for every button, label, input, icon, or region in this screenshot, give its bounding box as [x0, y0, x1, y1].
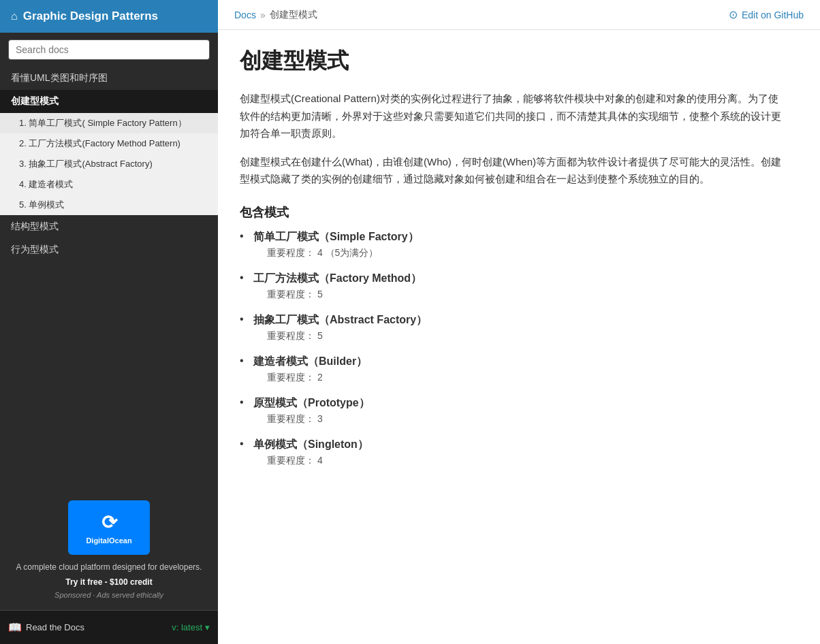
sidebar-item-abstract-factory[interactable]: 3. 抽象工厂模式(Abstract Factory)	[0, 154, 218, 174]
sponsor-desc: A complete cloud platform designed for d…	[11, 562, 207, 573]
sidebar-item-uml[interactable]: 看懂UML类图和时序图	[0, 67, 218, 90]
home-icon: ⌂	[11, 10, 18, 22]
pattern-importance: 重要程度： 4 （5为满分）	[253, 247, 782, 259]
edit-on-github-link[interactable]: ⊙ Edit on GitHub	[729, 8, 804, 21]
sidebar-item-behavioral[interactable]: 行为型模式	[0, 238, 218, 261]
sidebar-item-structural[interactable]: 结构型模式	[0, 215, 218, 238]
search-container	[0, 33, 218, 67]
intro-para-1: 创建型模式(Creational Pattern)对类的实例化过程进行了抽象，能…	[240, 90, 782, 142]
breadcrumb-separator: »	[260, 10, 266, 20]
sidebar-title: Graphic Design Patterns	[23, 10, 158, 23]
sidebar-item-creational[interactable]: 创建型模式	[0, 90, 218, 113]
pattern-name[interactable]: 原型模式（Prototype）	[253, 396, 782, 410]
sidebar-item-singleton[interactable]: 5. 单例模式	[0, 195, 218, 215]
pattern-item: 简单工厂模式（Simple Factory）重要程度： 4 （5为满分）	[240, 230, 782, 259]
sidebar-nav: 看懂UML类图和时序图 创建型模式 1. 简单工厂模式( Simple Fact…	[0, 67, 218, 261]
sidebar-header[interactable]: ⌂ Graphic Design Patterns	[0, 0, 218, 33]
page-title: 创建型模式	[240, 46, 782, 76]
pattern-importance: 重要程度： 3	[253, 413, 782, 425]
pattern-item: 抽象工厂模式（Abstract Factory）重要程度： 5	[240, 313, 782, 342]
rtd-version-selector[interactable]: v: latest ▾	[172, 622, 210, 632]
digitalocean-icon: ⟳	[101, 511, 117, 534]
pattern-importance: 重要程度： 5	[253, 289, 782, 301]
pattern-item: 建造者模式（Builder）重要程度： 2	[240, 355, 782, 384]
breadcrumb-current: 创建型模式	[270, 9, 317, 21]
sponsor-logo-text: DigitalOcean	[86, 536, 131, 545]
pattern-item: 单例模式（Singleton）重要程度： 4	[240, 438, 782, 467]
breadcrumb: Docs » 创建型模式	[234, 9, 317, 21]
top-bar: Docs » 创建型模式 ⊙ Edit on GitHub	[218, 0, 820, 30]
pattern-name[interactable]: 单例模式（Singleton）	[253, 438, 782, 452]
rtd-logo-area[interactable]: 📖 Read the Docs	[8, 621, 84, 634]
intro-para-2: 创建型模式在创建什么(What)，由谁创建(Who)，何时创建(When)等方面…	[240, 153, 782, 188]
pattern-list: 简单工厂模式（Simple Factory）重要程度： 4 （5为满分）工厂方法…	[240, 230, 782, 467]
pattern-item: 原型模式（Prototype）重要程度： 3	[240, 396, 782, 425]
pattern-name[interactable]: 简单工厂模式（Simple Factory）	[253, 230, 782, 244]
pattern-name[interactable]: 抽象工厂模式（Abstract Factory）	[253, 313, 782, 327]
edit-github-label: Edit on GitHub	[742, 10, 804, 20]
patterns-section-heading: 包含模式	[240, 204, 782, 221]
sidebar: ⌂ Graphic Design Patterns 看懂UML类图和时序图 创建…	[0, 0, 218, 644]
sponsor-area: ⟳ DigitalOcean A complete cloud platform…	[0, 489, 218, 610]
breadcrumb-docs-link[interactable]: Docs	[234, 10, 256, 20]
rtd-footer: 📖 Read the Docs v: latest ▾	[0, 610, 218, 644]
sponsor-logo[interactable]: ⟳ DigitalOcean	[68, 500, 150, 555]
pattern-name[interactable]: 工厂方法模式（Factory Method）	[253, 272, 782, 286]
pattern-importance: 重要程度： 4	[253, 455, 782, 467]
sponsor-cta[interactable]: Try it free - $100 credit	[11, 577, 207, 587]
sponsor-note: Sponsored · Ads served ethically	[11, 591, 207, 599]
pattern-importance: 重要程度： 2	[253, 372, 782, 384]
pattern-item: 工厂方法模式（Factory Method）重要程度： 5	[240, 272, 782, 301]
sidebar-item-simple-factory[interactable]: 1. 简单工厂模式( Simple Factory Pattern）	[0, 113, 218, 133]
sidebar-item-builder[interactable]: 4. 建造者模式	[0, 174, 218, 195]
github-icon: ⊙	[729, 8, 738, 21]
rtd-label: Read the Docs	[26, 622, 84, 632]
sidebar-item-factory-method[interactable]: 2. 工厂方法模式(Factory Method Pattern)	[0, 133, 218, 154]
pattern-importance: 重要程度： 5	[253, 330, 782, 342]
search-input[interactable]	[8, 39, 210, 60]
rtd-version-dropdown-icon: ▾	[205, 622, 210, 632]
pattern-name[interactable]: 建造者模式（Builder）	[253, 355, 782, 369]
content-area: 创建型模式 创建型模式(Creational Pattern)对类的实例化过程进…	[218, 30, 804, 496]
rtd-book-icon: 📖	[8, 621, 22, 634]
rtd-version-label: v: latest	[172, 622, 202, 632]
main-content: Docs » 创建型模式 ⊙ Edit on GitHub 创建型模式 创建型模…	[218, 0, 820, 644]
